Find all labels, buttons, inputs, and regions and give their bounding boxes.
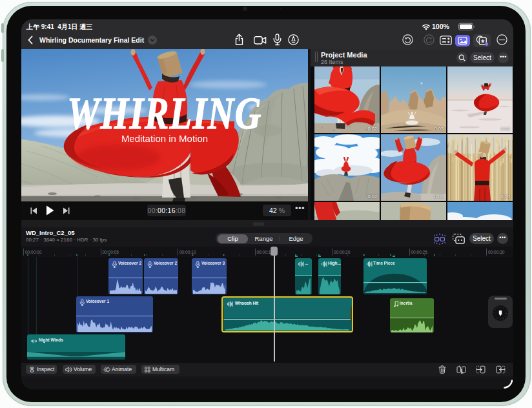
- svg-text:100%: 100%: [432, 23, 450, 30]
